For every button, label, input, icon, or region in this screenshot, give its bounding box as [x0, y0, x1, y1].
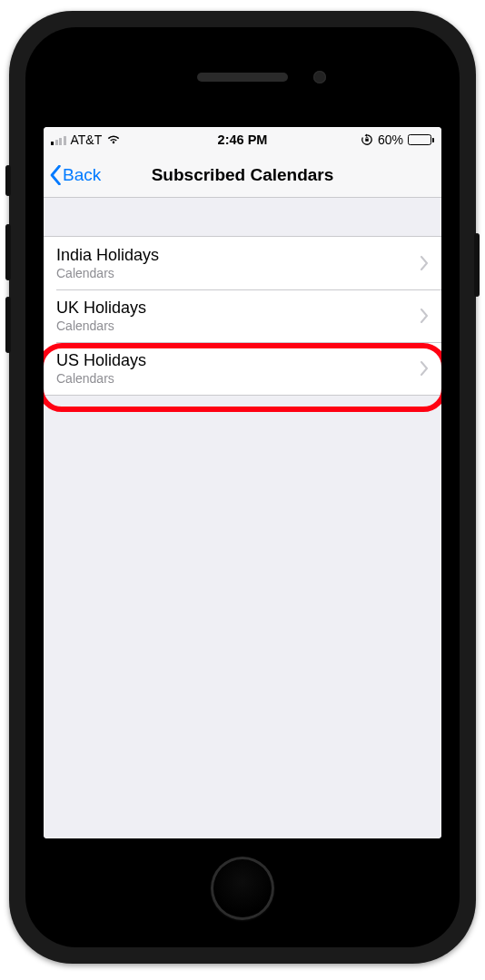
chevron-right-icon — [420, 361, 429, 376]
chevron-right-icon — [420, 256, 429, 270]
back-button[interactable]: Back — [49, 165, 101, 185]
battery-icon — [408, 134, 434, 145]
chevron-right-icon — [420, 309, 429, 323]
chevron-left-icon — [49, 165, 63, 185]
battery-percent-label: 60% — [378, 132, 403, 147]
phone-frame: AT&T 2:46 PM 60% — [9, 11, 476, 964]
list-item-title: India Holidays — [56, 246, 412, 265]
content-area: India Holidays Calendars UK Holidays Cal… — [44, 198, 441, 838]
list-item-subtitle: Calendars — [56, 266, 412, 280]
list-item[interactable]: US Holidays Calendars — [44, 342, 441, 395]
page-title: Subscribed Calendars — [44, 165, 441, 185]
volume-up-button[interactable] — [5, 224, 11, 280]
subscribed-calendars-list: India Holidays Calendars UK Holidays Cal… — [44, 236, 441, 396]
status-bar: AT&T 2:46 PM 60% — [44, 127, 441, 152]
list-item[interactable]: UK Holidays Calendars — [44, 289, 441, 342]
orientation-lock-icon — [361, 133, 373, 146]
list-item[interactable]: India Holidays Calendars — [44, 237, 441, 289]
volume-down-button[interactable] — [5, 297, 11, 353]
list-item-title: US Holidays — [56, 351, 412, 370]
svg-rect-0 — [365, 139, 369, 142]
power-button[interactable] — [474, 233, 480, 297]
list-item-subtitle: Calendars — [56, 371, 412, 386]
home-button[interactable] — [211, 857, 274, 920]
list-item-subtitle: Calendars — [56, 318, 412, 333]
screen: AT&T 2:46 PM 60% — [44, 127, 441, 838]
list-item-title: UK Holidays — [56, 299, 412, 318]
mute-switch[interactable] — [5, 165, 11, 196]
back-label: Back — [63, 165, 101, 185]
wifi-icon — [106, 134, 121, 145]
carrier-label: AT&T — [71, 132, 103, 147]
navigation-bar: Back Subscribed Calendars — [44, 152, 441, 198]
cellular-signal-icon — [51, 134, 66, 145]
front-camera — [313, 71, 326, 83]
earpiece-speaker — [197, 73, 288, 82]
phone-body: AT&T 2:46 PM 60% — [25, 27, 460, 947]
